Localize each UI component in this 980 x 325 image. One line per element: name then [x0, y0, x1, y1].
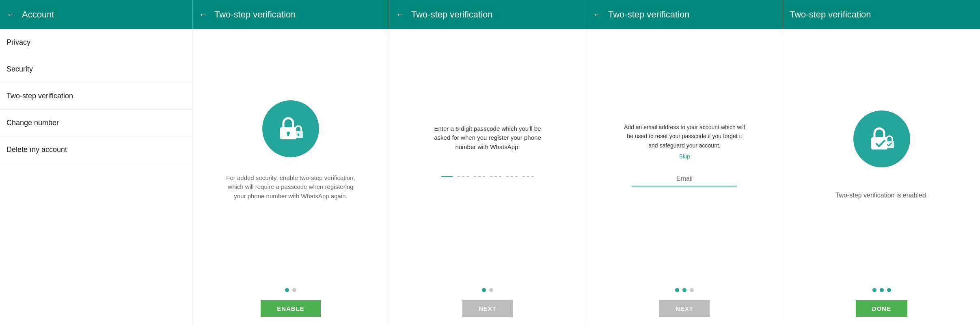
passcode-digit-3[interactable] [474, 164, 485, 177]
tsv-intro-panel: ← Two-step verification For added securi… [192, 0, 389, 325]
account-panel: ← Account Privacy Security Two-step veri… [0, 0, 192, 325]
progress-dots [872, 288, 891, 292]
email-area: Add an email address to your account whi… [599, 115, 770, 195]
dot-1 [675, 288, 679, 292]
done-button[interactable]: DONE [856, 300, 907, 317]
tsv-passcode-content: Enter a 6-digit passcode which you'll be… [389, 29, 586, 280]
menu-item-security[interactable]: Security [0, 56, 192, 83]
passcode-description: Enter a 6-digit passcode which you'll be… [427, 124, 548, 152]
menu-item-change-number[interactable]: Change number [0, 110, 192, 136]
svg-rect-5 [298, 134, 299, 136]
passcode-digit-5[interactable] [506, 164, 518, 177]
tsv-email-content: Add an email address to your account whi… [586, 29, 783, 280]
lock-icon-circle [262, 100, 319, 157]
tsv-email-footer: NEXT [586, 280, 783, 325]
tsv-enabled-header: Two-step verification [783, 0, 980, 29]
dot-2 [292, 288, 296, 292]
tsv-intro-footer: ENABLE [192, 280, 389, 325]
enabled-text: Two-step verification is enabled. [835, 192, 928, 199]
tsv-intro-back-icon[interactable]: ← [199, 10, 208, 19]
email-description: Add an email address to your account whi… [624, 123, 745, 150]
tsv-enabled-footer: DONE [783, 280, 980, 325]
passcode-digit-2[interactable] [458, 164, 469, 177]
progress-dots [675, 288, 694, 292]
next-button[interactable]: NEXT [462, 300, 513, 317]
passcode-area: Enter a 6-digit passcode which you'll be… [402, 124, 573, 177]
next-button-email[interactable]: NEXT [659, 300, 710, 317]
menu-item-two-step[interactable]: Two-step verification [0, 83, 192, 110]
tsv-email-title: Two-step verification [608, 9, 690, 20]
tsv-email-back-icon[interactable]: ← [593, 10, 602, 19]
dot-3 [887, 288, 891, 292]
tsv-passcode-panel: ← Two-step verification Enter a 6-digit … [389, 0, 586, 325]
email-input-wrap [632, 172, 737, 186]
tsv-passcode-back-icon[interactable]: ← [396, 10, 405, 19]
dot-1 [285, 288, 289, 292]
dot-3 [690, 288, 694, 292]
tsv-intro-description: For added security, enable two-step veri… [226, 173, 356, 201]
account-header-title: Account [22, 9, 54, 20]
tsv-passcode-footer: NEXT [389, 280, 586, 325]
enable-button[interactable]: ENABLE [261, 300, 321, 317]
lock-check-icon [866, 123, 898, 155]
skip-link[interactable]: Skip [679, 153, 690, 160]
email-input[interactable] [632, 172, 737, 186]
tsv-enabled-content: Two-step verification is enabled. [783, 29, 980, 280]
back-arrow-icon[interactable]: ← [6, 10, 15, 19]
tsv-passcode-header: ← Two-step verification [389, 0, 586, 29]
lock-enabled-circle [853, 110, 910, 167]
dot-2 [880, 288, 884, 292]
tsv-enabled-title: Two-step verification [790, 9, 871, 20]
menu-item-delete-account[interactable]: Delete my account [0, 136, 192, 163]
tsv-email-panel: ← Two-step verification Add an email add… [586, 0, 783, 325]
progress-dots [482, 288, 493, 292]
passcode-input-row [441, 164, 534, 177]
tsv-enabled-panel: Two-step verification Two-step verificat… [783, 0, 980, 325]
tsv-email-header: ← Two-step verification [586, 0, 783, 29]
tsv-intro-title: Two-step verification [214, 9, 296, 20]
lock-icon [274, 113, 307, 145]
dot-2 [682, 288, 686, 292]
menu-item-privacy[interactable]: Privacy [0, 29, 192, 56]
progress-dots [285, 288, 296, 292]
passcode-digit-6[interactable] [522, 164, 534, 177]
dot-2 [489, 288, 493, 292]
tsv-intro-content: For added security, enable two-step veri… [192, 29, 389, 280]
dot-1 [872, 288, 876, 292]
passcode-digit-4[interactable] [490, 164, 501, 177]
tsv-passcode-title: Two-step verification [411, 9, 493, 20]
svg-rect-2 [287, 133, 289, 136]
tsv-intro-header: ← Two-step verification [192, 0, 389, 29]
account-header: ← Account [0, 0, 192, 29]
passcode-digit-1[interactable] [441, 164, 453, 177]
dot-1 [482, 288, 486, 292]
